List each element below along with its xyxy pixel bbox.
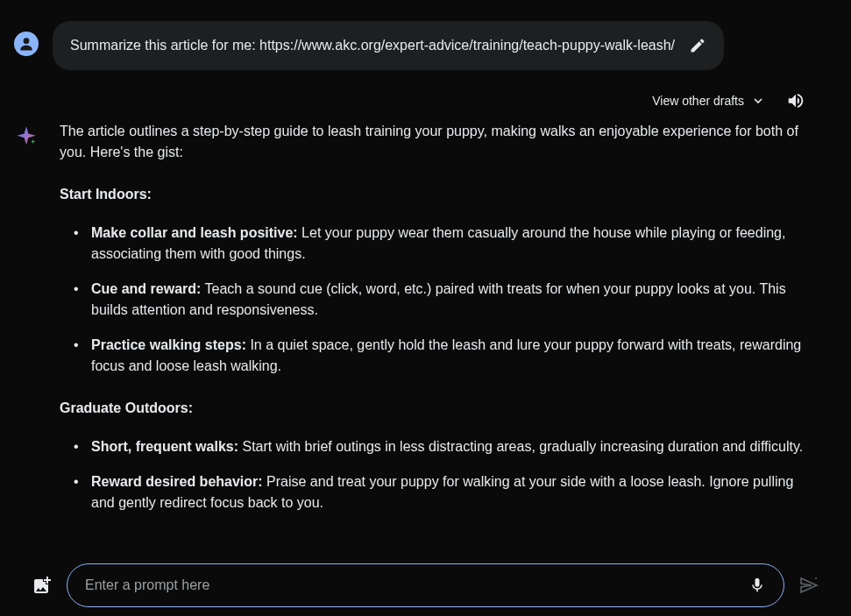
- svg-point-0: [24, 38, 30, 44]
- user-avatar-icon: [18, 35, 35, 53]
- prompt-input-wrapper[interactable]: [67, 563, 784, 607]
- bullet-title: Cue and reward:: [91, 281, 201, 296]
- assistant-avatar: [14, 124, 39, 149]
- view-drafts-label: View other drafts: [652, 92, 744, 110]
- intro-text: The article outlines a step-by-step guid…: [60, 121, 805, 163]
- user-message-text: Summarize this article for me: https://w…: [70, 35, 675, 56]
- svg-point-1: [815, 577, 817, 579]
- bullet-list: Short, frequent walks: Start with brief …: [60, 436, 805, 513]
- list-item: Short, frequent walks: Start with brief …: [91, 436, 805, 457]
- section-heading: Start Indoors:: [60, 184, 805, 205]
- user-message-row: Summarize this article for me: https://w…: [14, 21, 837, 70]
- section-heading: Graduate Outdoors:: [60, 398, 805, 419]
- prompt-input[interactable]: [85, 577, 738, 593]
- input-area: [0, 563, 851, 607]
- speaker-icon[interactable]: [786, 91, 805, 110]
- user-avatar: [14, 32, 39, 56]
- view-other-drafts-button[interactable]: View other drafts: [652, 92, 765, 110]
- edit-icon[interactable]: [689, 37, 706, 54]
- user-message-bubble: Summarize this article for me: https://w…: [53, 21, 724, 70]
- add-image-icon[interactable]: [32, 575, 53, 596]
- list-item: Practice walking steps: In a quiet space…: [91, 335, 805, 377]
- bullet-list: Make collar and leash positive: Let your…: [60, 223, 805, 377]
- mic-icon[interactable]: [748, 577, 766, 594]
- send-icon[interactable]: [798, 575, 819, 596]
- bullet-title: Reward desired behavior:: [91, 474, 263, 489]
- sparkle-icon: [14, 124, 39, 149]
- chevron-down-icon: [751, 94, 765, 108]
- bullet-title: Short, frequent walks:: [91, 439, 238, 454]
- bullet-title: Make collar and leash positive:: [91, 225, 298, 240]
- bullet-text: Start with brief outings in less distrac…: [238, 439, 803, 454]
- list-item: Cue and reward: Teach a sound cue (click…: [91, 279, 805, 321]
- bullet-title: Practice walking steps:: [91, 337, 246, 352]
- chat-container: Summarize this article for me: https://w…: [0, 0, 851, 616]
- assistant-content: The article outlines a step-by-step guid…: [60, 121, 805, 535]
- list-item: Reward desired behavior: Praise and trea…: [91, 471, 805, 513]
- list-item: Make collar and leash positive: Let your…: [91, 223, 805, 265]
- assistant-message-row: The article outlines a step-by-step guid…: [14, 121, 837, 535]
- response-header: View other drafts: [14, 91, 837, 110]
